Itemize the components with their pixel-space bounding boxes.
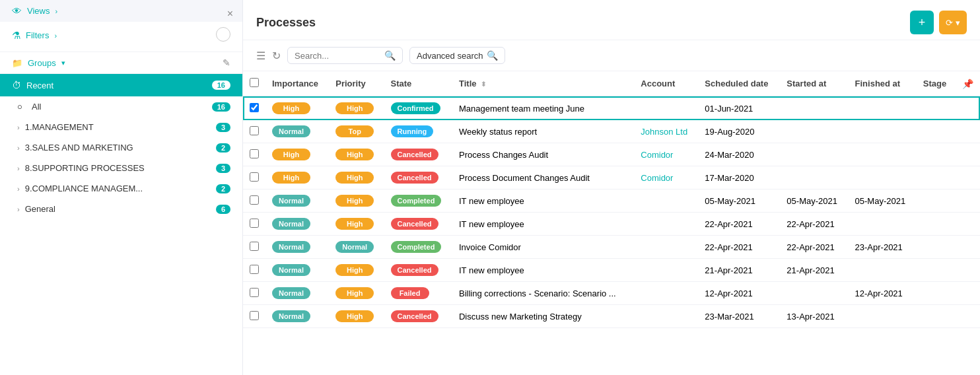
row-checkbox-1[interactable]	[250, 126, 259, 135]
row-checkbox-3[interactable]	[250, 172, 259, 182]
importance-badge-5: Normal	[272, 218, 310, 230]
refresh-icon[interactable]: ↻	[272, 50, 281, 62]
pin-cell-1	[956, 120, 980, 143]
filters-chevron-icon: ›	[54, 32, 57, 40]
row-checkbox-4[interactable]	[250, 195, 259, 205]
state-cell-3: Cancelled	[384, 166, 452, 189]
adv-search-icon: 🔍	[487, 50, 498, 61]
state-badge-6: Completed	[391, 241, 442, 253]
subitem-label-1: 3.SALES AND MARKETING	[25, 143, 211, 153]
processes-table: Importance Priority State Title ⬍ Accoun…	[243, 71, 980, 328]
priority-badge-3: High	[335, 172, 374, 184]
action-button[interactable]: ⟳ ▾	[939, 11, 967, 34]
importance-cell-5: Normal	[265, 213, 329, 236]
close-icon[interactable]: ×	[227, 8, 233, 20]
scheduled-date-cell-2: 24-Mar-2020	[698, 143, 780, 166]
table-row[interactable]: Normal High Failed Billing corrections -…	[243, 282, 980, 305]
search-icon: 🔍	[384, 50, 396, 61]
th-started-at: Started at	[780, 71, 848, 96]
adv-search-label: Advanced search	[417, 51, 483, 61]
row-checkbox-5[interactable]	[250, 219, 259, 228]
started-at-cell-6: 22-Apr-2021	[780, 236, 848, 259]
account-cell-wrapper-3: Comidor	[634, 166, 698, 189]
advanced-search-box[interactable]: Advanced search 🔍	[409, 47, 505, 64]
account-link-3[interactable]: Comidor	[641, 173, 673, 183]
account-link-1[interactable]: Johnson Ltd	[641, 127, 687, 137]
subitem-chevron-icon-3: ›	[17, 185, 20, 193]
row-checkbox-6[interactable]	[250, 242, 259, 251]
th-scheduled-date: Scheduled date	[698, 71, 780, 96]
state-cell-4: Completed	[384, 189, 452, 213]
title-sort-icon: ⬍	[481, 81, 486, 88]
scheduled-date-cell-1: 19-Aug-2020	[698, 120, 780, 143]
stage-cell-9	[917, 305, 956, 328]
sidebar-item-all[interactable]: ○ All 16	[0, 96, 242, 117]
importance-cell-1: Normal	[265, 120, 329, 143]
row-checkbox-cell-7	[243, 259, 265, 282]
importance-cell-3: High	[265, 166, 329, 189]
table-row[interactable]: High High Cancelled Process Changes Audi…	[243, 143, 980, 166]
sidebar-item-filters[interactable]: ⚗ Filters ›	[0, 22, 242, 52]
row-checkbox-7[interactable]	[250, 265, 259, 274]
priority-cell-5: High	[329, 213, 384, 236]
table-row[interactable]: High High Confirmed Management team meet…	[243, 96, 980, 120]
row-checkbox-2[interactable]	[250, 149, 259, 158]
sidebar-item-0[interactable]: › 1.MANAGEMENT 3	[0, 117, 242, 137]
th-importance: Importance	[265, 71, 329, 96]
row-checkbox-9[interactable]	[250, 311, 259, 320]
groups-edit-icon[interactable]: ✎	[223, 57, 230, 68]
sidebar-subitems-container: › 1.MANAGEMENT 3 › 3.SALES AND MARKETING…	[0, 117, 242, 219]
state-badge-0: Confirmed	[391, 102, 440, 114]
state-badge-1: Running	[391, 125, 434, 137]
sidebar-item-views[interactable]: 👁 Views ›	[0, 0, 242, 22]
groups-label-btn[interactable]: 📁 Groups ▾	[12, 58, 65, 68]
row-checkbox-0[interactable]	[250, 103, 259, 112]
priority-badge-9: High	[335, 310, 374, 322]
add-button[interactable]: +	[910, 11, 934, 34]
pin-cell-4	[956, 189, 980, 213]
subitem-label-0: 1.MANAGEMENT	[25, 122, 211, 132]
finished-at-cell-3	[849, 166, 917, 189]
row-checkbox-cell-4	[243, 189, 265, 213]
finished-at-cell-5	[849, 213, 917, 236]
table-row[interactable]: Normal Normal Completed Invoice Comidor …	[243, 236, 980, 259]
sidebar-item-2[interactable]: › 8.SUPPORTING PROCESSES 3	[0, 158, 242, 178]
pin-cell-8	[956, 282, 980, 305]
importance-badge-3: High	[272, 172, 310, 184]
importance-cell-4: Normal	[265, 189, 329, 213]
table-row[interactable]: Normal High Completed IT new employee 05…	[243, 189, 980, 213]
table-row[interactable]: Normal High Cancelled IT new employee 22…	[243, 213, 980, 236]
sidebar-item-1[interactable]: › 3.SALES AND MARKETING 2	[0, 137, 242, 158]
filters-circle-btn[interactable]	[216, 27, 230, 42]
started-at-cell-5: 22-Apr-2021	[780, 213, 848, 236]
th-title[interactable]: Title ⬍	[452, 71, 634, 96]
sidebar-item-recent[interactable]: ⏱ Recent 16	[0, 74, 242, 96]
priority-cell-0: High	[329, 96, 384, 120]
filters-label: Filters	[26, 30, 49, 40]
importance-badge-1: Normal	[272, 125, 310, 137]
scheduled-date-cell-5: 22-Apr-2021	[698, 213, 780, 236]
table-row[interactable]: Normal Top Running Weekly status report …	[243, 120, 980, 143]
account-link-2[interactable]: Comidor	[641, 150, 673, 160]
scheduled-date-cell-7: 21-Apr-2021	[698, 259, 780, 282]
sidebar-item-4[interactable]: › General 6	[0, 199, 242, 219]
table-row[interactable]: Normal High Cancelled Discuss new Market…	[243, 305, 980, 328]
sidebar-item-3[interactable]: › 9.COMPLIANCE MANAGEM... 2	[0, 178, 242, 199]
search-input[interactable]	[295, 51, 380, 61]
table-row[interactable]: Normal High Cancelled IT new employee 21…	[243, 259, 980, 282]
account-cell-wrapper-2: Comidor	[634, 143, 698, 166]
importance-badge-0: High	[272, 102, 310, 114]
eye-icon: 👁	[12, 5, 22, 17]
state-cell-0: Confirmed	[384, 96, 452, 120]
menu-icon[interactable]: ☰	[256, 50, 265, 62]
select-all-checkbox[interactable]	[250, 78, 259, 87]
action-btn-chevron: ▾	[956, 18, 960, 28]
row-checkbox-8[interactable]	[250, 288, 259, 297]
table-row[interactable]: High High Cancelled Process Document Cha…	[243, 166, 980, 189]
th-account: Account	[634, 71, 698, 96]
account-cell-wrapper-9	[634, 305, 698, 328]
importance-cell-2: High	[265, 143, 329, 166]
title-cell-9: Discuss new Marketing Strategy	[452, 305, 634, 328]
importance-badge-6: Normal	[272, 241, 310, 253]
pin-cell-9	[956, 305, 980, 328]
